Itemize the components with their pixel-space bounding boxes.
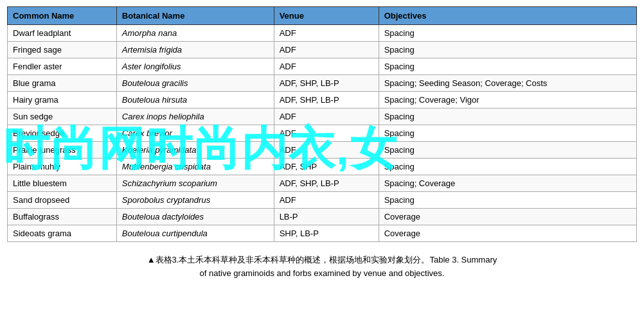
table-cell: Bouteloua curtipendula <box>116 225 274 242</box>
table-cell: Schizachyrium scoparium <box>116 175 274 192</box>
table-cell: Buffalograss <box>8 209 117 225</box>
table-row: Blue gramaBouteloua gracilisADF, SHP, LB… <box>8 75 637 92</box>
table-cell: Fendler aster <box>8 58 117 75</box>
table-row: Prairie junegrassKoeleria pyramidataADFS… <box>8 142 637 159</box>
table-cell: Coverage <box>379 209 636 225</box>
table-cell: Brevior sedge <box>8 125 117 142</box>
table-cell: Spacing; Seeding Season; Coverage; Costs <box>379 75 636 92</box>
table-row: Sun sedgeCarex inops heliophilaADFSpacin… <box>8 108 637 125</box>
table-row: Little bluestemSchizachyrium scopariumAD… <box>8 175 637 192</box>
table-cell: ADF <box>274 42 379 58</box>
table-row: Fringed sageArtemisia frigidaADFSpacing <box>8 42 637 58</box>
table-cell: ADF <box>274 192 379 209</box>
table-cell: Prairie junegrass <box>8 142 117 159</box>
table-cell: Sideoats grama <box>8 225 117 242</box>
table-cell: Hairy grama <box>8 92 117 108</box>
table-cell: Fringed sage <box>8 42 117 58</box>
table-caption: ▲表格3.本土禾本科草种及非禾本科草种的概述，根据场地和实验对象划分。Table… <box>7 254 637 281</box>
table-row: Hairy gramaBouteloua hirsutaADF, SHP, LB… <box>8 92 637 108</box>
table-cell: Spacing <box>379 58 636 75</box>
table-cell: Muhlenbergia cuspidata <box>116 159 274 175</box>
column-header-2: Venue <box>274 7 379 25</box>
table-cell: ADF <box>274 142 379 159</box>
table-row: BuffalograssBouteloua dactyloidesLB-PCov… <box>8 209 637 225</box>
table-cell: ADF, SHP, LB-P <box>274 75 379 92</box>
table-header-row: Common NameBotanical NameVenueObjectives <box>8 7 637 25</box>
table-cell: Amorpha nana <box>116 25 274 42</box>
table-cell: Little bluestem <box>8 175 117 192</box>
table-cell: Spacing <box>379 192 636 209</box>
caption-line1: ▲表格3.本土禾本科草种及非禾本科草种的概述，根据场地和实验对象划分。Table… <box>20 254 624 267</box>
table-cell: Sand dropseed <box>8 192 117 209</box>
table-cell: Spacing; Coverage <box>379 175 636 192</box>
column-header-3: Objectives <box>379 7 636 25</box>
table-row: Sand dropseedSporobolus cryptandrusADFSp… <box>8 192 637 209</box>
table-cell: ADF <box>274 125 379 142</box>
table-cell: Spacing <box>379 108 636 125</box>
table-cell: Bouteloua gracilis <box>116 75 274 92</box>
table-cell: Bouteloua hirsuta <box>116 92 274 108</box>
table-cell: Koeleria pyramidata <box>116 142 274 159</box>
table-cell: Sun sedge <box>8 108 117 125</box>
table-cell: Spacing <box>379 42 636 58</box>
table-cell: Dwarf leadplant <box>8 25 117 42</box>
table-cell: ADF <box>274 58 379 75</box>
table-cell: ADF, SHP, LB-P <box>274 92 379 108</box>
data-table: Common NameBotanical NameVenueObjectives… <box>7 6 637 242</box>
table-cell: ADF <box>274 25 379 42</box>
table-cell: LB-P <box>274 209 379 225</box>
table-cell: ADF <box>274 108 379 125</box>
table-cell: Bouteloua dactyloides <box>116 209 274 225</box>
table-cell: Spacing <box>379 142 636 159</box>
table-cell: Artemisia frigida <box>116 42 274 58</box>
table-cell: Spacing; Coverage; Vigor <box>379 92 636 108</box>
table-cell: Blue grama <box>8 75 117 92</box>
table-cell: Carex inops heliophila <box>116 108 274 125</box>
table-cell: Aster longifolius <box>116 58 274 75</box>
table-cell: ADF, SHP <box>274 159 379 175</box>
table-cell: Plains muhly <box>8 159 117 175</box>
main-container: Common NameBotanical NameVenueObjectives… <box>7 6 637 281</box>
table-row: Sideoats gramaBouteloua curtipendulaSHP,… <box>8 225 637 242</box>
table-row: Fendler asterAster longifoliusADFSpacing <box>8 58 637 75</box>
table-cell: SHP, LB-P <box>274 225 379 242</box>
table-row: Plains muhlyMuhlenbergia cuspidataADF, S… <box>8 159 637 175</box>
table-cell: Sporobolus cryptandrus <box>116 192 274 209</box>
column-header-1: Botanical Name <box>116 7 274 25</box>
table-cell: Spacing <box>379 125 636 142</box>
column-header-0: Common Name <box>8 7 117 25</box>
table-row: Brevior sedgeCarex breviorADFSpacing <box>8 125 637 142</box>
table-cell: ADF, SHP, LB-P <box>274 175 379 192</box>
caption-line2: of native graminoids and forbs examined … <box>20 267 624 281</box>
table-cell: Carex brevior <box>116 125 274 142</box>
table-cell: Spacing <box>379 25 636 42</box>
table-row: Dwarf leadplantAmorpha nanaADFSpacing <box>8 25 637 42</box>
table-cell: Coverage <box>379 225 636 242</box>
table-cell: Spacing <box>379 159 636 175</box>
